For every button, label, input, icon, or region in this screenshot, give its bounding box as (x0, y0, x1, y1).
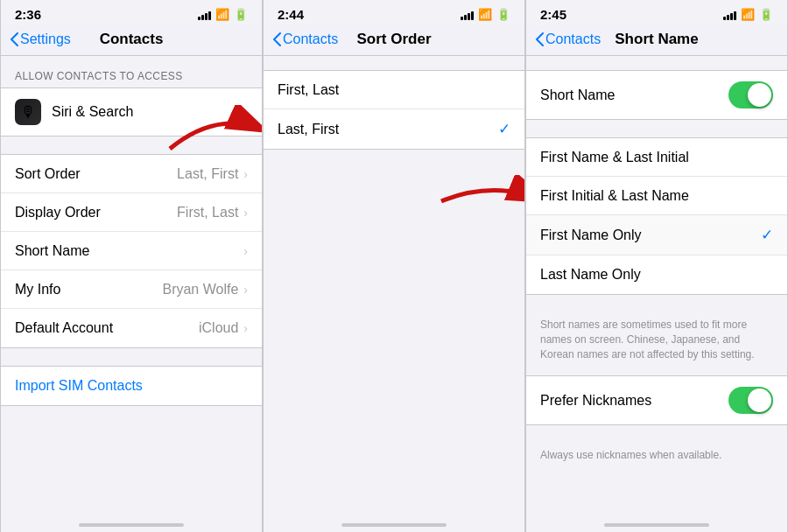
nav-bar-2: Contacts Sort Order (264, 25, 524, 56)
back-button-2[interactable]: Contacts (272, 32, 338, 47)
my-info-value: Bryan Wolfe (162, 282, 238, 298)
first-name-only-check: ✓ (761, 226, 773, 244)
default-account-value: iCloud (199, 320, 238, 336)
battery-icon-1: 🔋 (234, 8, 248, 21)
home-bar-2 (341, 523, 447, 527)
chevron-display: › (243, 206, 248, 220)
section-label-1: ALLOW CONTACTS TO ACCESS (1, 56, 262, 88)
signal-icon-2 (461, 10, 474, 20)
prefer-nicknames-item: Prefer Nicknames (526, 376, 787, 424)
content-3: Short Name First Name & Last Initial Fir… (526, 56, 787, 516)
first-last-initial-label: First Name & Last Initial (540, 150, 773, 165)
short-name-toggle-item: Short Name (526, 71, 787, 119)
content-1: ALLOW CONTACTS TO ACCESS 🎙 Siri & Search… (1, 56, 262, 516)
phone-3: 2:45 📶 🔋 Contacts Short Name Short Name (525, 0, 788, 532)
display-order-label: Display Order (15, 205, 177, 220)
battery-icon-2: 🔋 (496, 8, 510, 21)
nicknames-helper: Always use nicknames when available. (526, 443, 787, 477)
short-name-item[interactable]: Short Name › (1, 232, 262, 270)
first-initial-last-item[interactable]: First Initial & Last Name (526, 177, 787, 215)
first-name-only-label: First Name Only (540, 228, 761, 243)
back-button-1[interactable]: Settings (10, 32, 71, 47)
first-last-item[interactable]: First, Last (264, 71, 524, 109)
siri-group: 🎙 Siri & Search › (1, 88, 262, 136)
status-bar-2: 2:44 📶 🔋 (264, 0, 524, 25)
chevron-short: › (243, 244, 248, 258)
chevron-siri: › (243, 105, 248, 119)
toggle-thumb-1 (748, 83, 771, 107)
settings-group-1: Sort Order Last, First › Display Order F… (1, 154, 262, 348)
last-first-item[interactable]: Last, First ✓ (264, 109, 524, 149)
first-last-label: First, Last (278, 82, 510, 98)
status-bar-3: 2:45 📶 🔋 (526, 0, 787, 25)
last-name-only-item[interactable]: Last Name Only (526, 256, 787, 294)
first-name-only-item[interactable]: First Name Only ✓ (526, 215, 787, 256)
nicknames-group: Prefer Nicknames (526, 375, 787, 425)
siri-icon: 🎙 (15, 99, 41, 125)
prefer-nicknames-label: Prefer Nicknames (540, 393, 728, 409)
wifi-icon-3: 📶 (741, 8, 755, 21)
display-order-value: First, Last (177, 205, 238, 220)
chevron-account: › (243, 321, 248, 335)
toggle-thumb-2 (748, 388, 771, 412)
back-button-3[interactable]: Contacts (535, 32, 601, 47)
status-time-2: 2:44 (278, 7, 304, 22)
my-info-item[interactable]: My Info Bryan Wolfe › (1, 270, 262, 309)
first-last-initial-item[interactable]: First Name & Last Initial (526, 138, 787, 177)
import-sim-item[interactable]: Import SIM Contacts (1, 367, 262, 405)
name-style-group: First Name & Last Initial First Initial … (526, 137, 787, 295)
last-first-check: ✓ (498, 120, 510, 138)
nav-bar-3: Contacts Short Name (526, 25, 787, 56)
phone-2: 2:44 📶 🔋 Contacts Sort Order First, Last (263, 0, 525, 532)
sort-order-item[interactable]: Sort Order Last, First › (1, 155, 262, 193)
status-time-3: 2:45 (540, 7, 566, 22)
import-group: Import SIM Contacts (1, 366, 262, 406)
signal-icon-3 (723, 10, 736, 20)
last-first-label: Last, First (278, 122, 498, 137)
sort-order-label: Sort Order (15, 166, 177, 182)
prefer-nicknames-toggle[interactable] (728, 387, 773, 414)
status-icons-3: 📶 🔋 (723, 8, 773, 21)
home-bar-3 (604, 523, 709, 527)
phone-1: 2:36 📶 🔋 Settings Contacts ALLOW CONTACT… (0, 0, 263, 532)
chevron-sort: › (243, 167, 248, 181)
status-time-1: 2:36 (15, 7, 41, 22)
content-2: First, Last Last, First ✓ (264, 56, 524, 516)
first-initial-last-label: First Initial & Last Name (540, 188, 773, 204)
status-icons-2: 📶 🔋 (461, 8, 510, 21)
default-account-item[interactable]: Default Account iCloud › (1, 309, 262, 347)
sort-order-group: First, Last Last, First ✓ (264, 70, 524, 150)
short-name-toggle-label: Short Name (540, 88, 728, 103)
last-name-only-label: Last Name Only (540, 267, 773, 283)
sort-order-value: Last, First (177, 166, 238, 182)
display-order-item[interactable]: Display Order First, Last › (1, 193, 262, 232)
siri-item[interactable]: 🎙 Siri & Search › (1, 88, 262, 136)
home-indicator-3 (526, 516, 787, 532)
status-bar-1: 2:36 📶 🔋 (1, 0, 262, 25)
wifi-icon-2: 📶 (478, 8, 492, 21)
siri-label: Siri & Search (52, 104, 243, 120)
chevron-myinfo: › (243, 283, 248, 297)
signal-icon-1 (198, 10, 211, 20)
nav-title-3: Short Name (615, 31, 698, 48)
status-icons-1: 📶 🔋 (198, 8, 248, 21)
import-sim-label: Import SIM Contacts (15, 378, 143, 394)
short-name-group: Short Name (526, 70, 787, 120)
default-account-label: Default Account (15, 320, 199, 336)
home-indicator-1 (1, 516, 262, 532)
home-bar-1 (79, 523, 184, 527)
nav-bar-1: Settings Contacts (1, 25, 262, 56)
my-info-label: My Info (15, 282, 162, 298)
nav-title-2: Sort Order (356, 31, 431, 48)
short-name-label: Short Name (15, 243, 243, 259)
wifi-icon-1: 📶 (215, 8, 229, 21)
short-name-helper: Short names are sometimes used to fit mo… (526, 312, 787, 375)
home-indicator-2 (264, 516, 524, 532)
nav-title-1: Contacts (100, 31, 164, 48)
short-name-toggle[interactable] (728, 81, 773, 108)
battery-icon-3: 🔋 (759, 8, 773, 21)
